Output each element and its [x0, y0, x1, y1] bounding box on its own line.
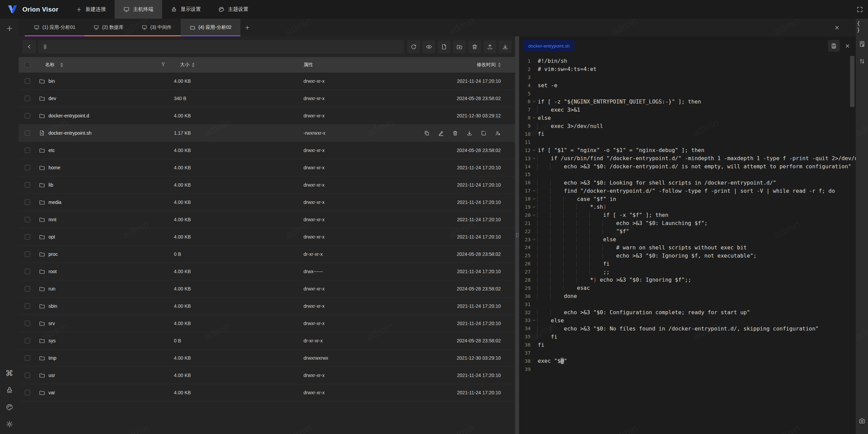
sort-vertical-button[interactable] [857, 56, 867, 66]
table-row[interactable]: lib4.00 KBdrwxr-xr-x2021-11-24 17:20:10 [19, 176, 515, 194]
fold-toggle[interactable] [531, 156, 537, 161]
sort-carets[interactable] [192, 63, 195, 67]
file-name[interactable]: srv [48, 321, 55, 326]
close-all-tabs-button[interactable] [832, 23, 842, 32]
fold-toggle[interactable] [531, 189, 537, 193]
file-name[interactable]: usr [48, 373, 55, 378]
table-row[interactable]: docker-entrypoint.d4.00 KBdrwxr-xr-x2021… [19, 107, 515, 125]
fold-toggle[interactable] [531, 205, 537, 209]
column-mtime[interactable]: 修改时间 [477, 62, 496, 68]
table-row[interactable]: proc0 Bdr-xr-xr-x2024-05-28 23:58:02 [19, 246, 515, 263]
touch-action-button[interactable] [481, 130, 487, 136]
file-name[interactable]: etc [48, 148, 55, 153]
file-name[interactable]: var [48, 390, 55, 395]
terminal-tab-2[interactable]: (2) 数据库 [84, 19, 133, 36]
gear-button[interactable] [5, 420, 14, 429]
close-editor-button[interactable] [842, 40, 853, 52]
refresh-button[interactable] [407, 40, 420, 53]
file-name[interactable]: sys [48, 338, 56, 343]
file-name[interactable]: home [48, 165, 60, 170]
braces-button[interactable]: { } [857, 21, 867, 32]
row-checkbox[interactable] [25, 113, 30, 118]
delete-action-button[interactable] [452, 130, 458, 136]
new-connection-button[interactable] [4, 23, 15, 34]
terminal-tab-1[interactable]: (1) 应用-分析01 [25, 19, 84, 36]
row-checkbox[interactable] [25, 269, 30, 274]
nav-item-display-settings[interactable]: 显示设置 [162, 0, 210, 19]
row-checkbox[interactable] [25, 303, 30, 309]
row-checkbox[interactable] [25, 338, 30, 343]
filter-button[interactable] [161, 62, 166, 68]
panel-splitter[interactable] [515, 36, 519, 434]
sort-carets[interactable] [498, 63, 501, 67]
table-row[interactable]: tmp4.00 KBdrwxrwxrwx2021-12-30 03:29:10 [19, 350, 515, 367]
nav-item-theme-settings[interactable]: 主题设置 [210, 0, 257, 19]
file-name[interactable]: docker-entrypoint.sh [48, 130, 92, 136]
table-row[interactable]: var4.00 KBdrwxr-xr-x2021-11-24 17:20:10 [19, 384, 515, 401]
row-checkbox[interactable] [25, 78, 30, 84]
fold-toggle[interactable] [531, 197, 537, 201]
row-checkbox[interactable] [25, 96, 30, 101]
table-row[interactable]: media4.00 KBdrwxr-xr-x2021-11-24 17:20:1… [19, 194, 515, 211]
new-file-button[interactable] [438, 40, 451, 53]
new-tab-button[interactable] [240, 19, 254, 36]
delete-button[interactable] [468, 40, 481, 53]
file-name[interactable]: media [48, 200, 61, 205]
row-checkbox[interactable] [25, 251, 30, 257]
code-editor[interactable]: 1#!/bin/sh2# vim:sw=4:ts=4:et34set -e56i… [519, 55, 856, 434]
sort-carets[interactable] [60, 63, 63, 67]
file-bookmark-button[interactable] [857, 39, 867, 49]
table-row[interactable]: opt4.00 KBdrwxr-xr-x2021-11-24 17:20:10 [19, 228, 515, 246]
table-row[interactable]: sys0 Bdr-xr-xr-x2024-05-28 23:58:02 [19, 332, 515, 350]
row-checkbox[interactable] [25, 234, 30, 240]
fullscreen-button[interactable] [855, 4, 865, 15]
path-input[interactable] [51, 44, 400, 50]
permission-action-button[interactable] [495, 130, 501, 136]
table-row[interactable]: dev340 Bdrwxr-xr-x2024-05-28 23:58:02 [19, 90, 515, 107]
save-button[interactable] [828, 40, 840, 52]
table-row[interactable]: home4.00 KBdrwxr-xr-x2021-11-24 17:20:10 [19, 159, 515, 176]
file-name[interactable]: mnt [48, 217, 56, 222]
row-checkbox[interactable] [25, 148, 30, 153]
table-row[interactable]: run4.00 KBdrwxr-xr-x2024-05-28 23:58:02 [19, 280, 515, 298]
select-all-checkbox[interactable] [25, 62, 30, 68]
palette-button[interactable] [5, 403, 14, 412]
fold-toggle[interactable] [531, 238, 537, 242]
copy-action-button[interactable] [424, 130, 430, 136]
nav-item-host-terminal[interactable]: 主机终端 [115, 0, 162, 19]
table-row[interactable]: srv4.00 KBdrwxr-xr-x2021-11-24 17:20:10 [19, 315, 515, 332]
column-size[interactable]: 大小 [180, 62, 190, 68]
download-action-button[interactable] [467, 130, 472, 136]
row-checkbox[interactable] [25, 355, 30, 361]
row-checkbox[interactable] [25, 200, 30, 205]
file-name[interactable]: sbin [48, 303, 57, 309]
back-button[interactable] [22, 40, 36, 54]
command-button[interactable]: ⌘ [5, 369, 14, 378]
table-row[interactable]: etc4.00 KBdrwxr-xr-x2024-05-28 23:58:02 [19, 142, 515, 159]
file-name[interactable]: dev [48, 96, 56, 101]
download-button[interactable] [499, 40, 512, 53]
row-checkbox[interactable] [25, 217, 30, 222]
camera-button[interactable] [857, 416, 867, 426]
address-bar[interactable] [38, 40, 404, 54]
row-checkbox[interactable] [25, 321, 30, 326]
column-name[interactable]: 名称 [45, 62, 55, 68]
row-checkbox[interactable] [25, 390, 30, 395]
toggle-hidden-button[interactable] [422, 40, 435, 53]
table-row[interactable]: root4.00 KBdrwx------2021-11-24 17:20:10 [19, 263, 515, 280]
table-row[interactable]: mnt4.00 KBdrwxr-xr-x2021-11-24 17:20:10 [19, 211, 515, 228]
row-checkbox[interactable] [25, 373, 30, 378]
file-name[interactable]: bin [48, 78, 55, 84]
file-name[interactable]: tmp [48, 355, 56, 361]
file-name[interactable]: docker-entrypoint.d [48, 113, 89, 118]
fold-toggle[interactable] [531, 99, 537, 103]
table-row[interactable]: sbin4.00 KBdrwxr-xr-x2021-11-24 17:20:10 [19, 298, 515, 315]
editor-scrollbar-thumb[interactable] [850, 56, 854, 107]
file-name[interactable]: run [48, 286, 55, 291]
row-checkbox[interactable] [25, 286, 30, 291]
fold-toggle[interactable] [531, 318, 537, 322]
file-name[interactable]: lib [48, 182, 53, 188]
row-checkbox[interactable] [25, 182, 30, 188]
fold-toggle[interactable] [531, 116, 537, 120]
table-row[interactable]: usr4.00 KBdrwxr-xr-x2021-11-24 17:20:10 [19, 367, 515, 384]
